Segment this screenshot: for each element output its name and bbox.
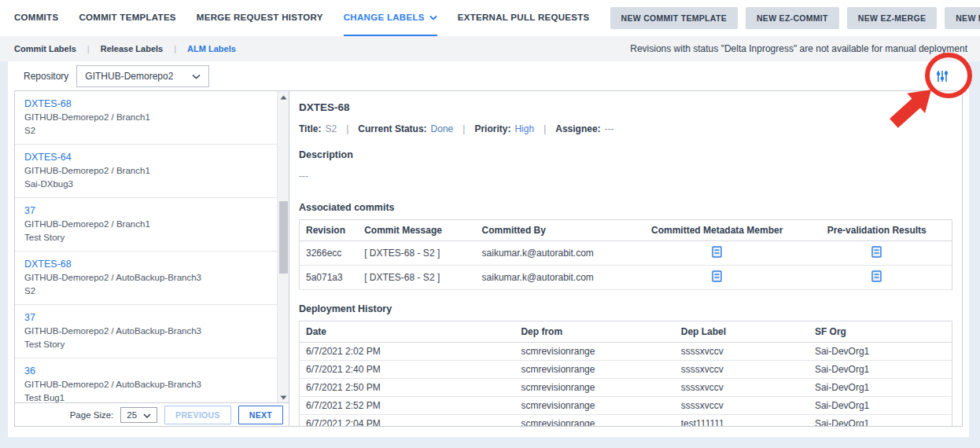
chevron-down-icon: [192, 71, 201, 82]
column-header: Pre-validation Results: [802, 220, 952, 241]
tab-label: MERGE REQUEST HISTORY: [197, 13, 323, 22]
tab-label: COMMITS: [14, 13, 58, 22]
commit-message-cell: [ DXTES-68 - S2 ]: [358, 241, 475, 266]
repository-row: Repository GITHUB-Demorepo2: [14, 61, 963, 90]
tab-label: EXTERNAL PULL REQUESTS: [458, 13, 590, 22]
tab-label: COMMIT TEMPLATES: [79, 13, 175, 22]
list-item[interactable]: 36GITHUB-Demorepo2 / AutoBackup-Branch3T…: [15, 358, 277, 403]
tab-external-pull-requests[interactable]: EXTERNAL PULL REQUESTS: [458, 0, 590, 36]
repository-select[interactable]: GITHUB-Demorepo2: [76, 65, 209, 87]
label-id[interactable]: 36: [24, 365, 277, 376]
scroll-down-icon[interactable]: [278, 391, 289, 403]
date-cell: 6/7/2021 2:52 PM: [300, 397, 515, 415]
date-cell: 6/7/2021 2:50 PM: [300, 379, 515, 397]
committed-by-cell: saikumar.k@autorabit.com: [476, 241, 632, 266]
deployment-note: Revisions with status "Delta Inprogress"…: [630, 43, 967, 54]
table-row: 5a071a3[ DXTES-68 - S2 ]saikumar.k@autor…: [300, 266, 952, 290]
dep-label-cell: ssssxvccv: [675, 397, 809, 415]
meta-label: Title:: [299, 123, 321, 134]
detail-title: DXTES-68: [299, 101, 952, 113]
next-button[interactable]: NEXT: [238, 406, 283, 424]
dep-label-cell: test111111: [675, 415, 809, 428]
meta-label: Assignee:: [555, 123, 600, 134]
panels: DXTES-68GITHUB-Demorepo2 / Branch1S2DXTE…: [14, 90, 963, 427]
metadata-member-icon[interactable]: [712, 270, 722, 285]
page-body: Repository GITHUB-Demorepo2: [0, 61, 980, 448]
label-name: Test Story: [24, 339, 277, 350]
label-name: Test Story: [24, 232, 277, 243]
label-name: Test Bug1: [24, 392, 277, 403]
revision-cell: 5a071a3: [300, 266, 359, 290]
repository-value: GITHUB-Demorepo2: [85, 71, 173, 82]
meta-label: Priority:: [474, 123, 510, 134]
committed-metadata-member-cell: [632, 241, 802, 266]
pre-validation-results-icon[interactable]: [871, 246, 882, 260]
page-size-select[interactable]: 25: [120, 407, 157, 423]
table-header-row: Revision Commit Message Committed By Com…: [300, 220, 952, 241]
subnav-alm-labels[interactable]: ALM Labels: [187, 44, 236, 53]
sf-org-cell: Sai-DevOrg1: [809, 361, 952, 379]
committed-metadata-member-cell: [632, 266, 802, 290]
new-ez-merge-button[interactable]: NEW EZ-MERGE: [847, 7, 937, 29]
label-branch-path: GITHUB-Demorepo2 / AutoBackup-Branch3: [24, 325, 277, 336]
dep-from-cell: scmrevisionrange: [514, 415, 674, 428]
deployments-table-body: 6/7/2021 2:02 PMscmrevisionrangessssxvcc…: [300, 343, 952, 428]
date-cell: 6/7/2021 2:02 PM: [300, 343, 515, 361]
tab-merge-request-history[interactable]: MERGE REQUEST HISTORY: [197, 0, 323, 36]
table-row: 6/7/2021 2:52 PMscmrevisionrangessssxvcc…: [300, 397, 952, 415]
label-id[interactable]: DXTES-68: [24, 98, 277, 109]
new-ez-commit-button[interactable]: NEW EZ-COMMIT: [746, 7, 839, 29]
deployment-history-heading: Deployment History: [299, 303, 952, 314]
separator: |: [346, 123, 348, 134]
date-cell: 6/7/2021 2:40 PM: [300, 361, 515, 379]
list-item[interactable]: 37GITHUB-Demorepo2 / Branch1Test Story: [15, 198, 277, 252]
metadata-member-icon[interactable]: [712, 246, 722, 260]
list-item[interactable]: DXTES-64GITHUB-Demorepo2 / Branch1Sai-DX…: [15, 145, 277, 198]
tab-label: CHANGE LABELS: [344, 13, 425, 22]
tab-commit-templates[interactable]: COMMIT TEMPLATES: [79, 0, 175, 36]
content-card: Repository GITHUB-Demorepo2: [8, 61, 969, 437]
scroll-up-icon[interactable]: [278, 91, 289, 103]
commits-table-body: 3266ecc[ DXTES-68 - S2 ]saikumar.k@autor…: [300, 241, 952, 290]
scrollbar-thumb[interactable]: [279, 201, 288, 274]
column-header: Dep from: [514, 321, 674, 343]
top-nav: COMMITS COMMIT TEMPLATES MERGE REQUEST H…: [0, 0, 980, 36]
tab-change-labels[interactable]: CHANGE LABELS: [344, 0, 437, 36]
new-commit-template-button[interactable]: NEW COMMIT TEMPLATE: [610, 7, 738, 29]
label-list: DXTES-68GITHUB-Demorepo2 / Branch1S2DXTE…: [15, 91, 277, 403]
sf-org-cell: Sai-DevOrg1: [809, 343, 952, 361]
list-item[interactable]: DXTES-68GITHUB-Demorepo2 / AutoBackup-Br…: [15, 252, 277, 305]
sf-org-cell: Sai-DevOrg1: [809, 415, 952, 428]
list-scrollbar[interactable]: [277, 91, 289, 403]
pre-validation-results-icon[interactable]: [871, 270, 882, 285]
sf-org-cell: Sai-DevOrg1: [809, 397, 952, 415]
label-id[interactable]: 37: [24, 312, 277, 323]
tab-commits[interactable]: COMMITS: [14, 0, 58, 36]
table-header-row: Date Dep from Dep Label SF Org: [300, 321, 952, 343]
date-cell: 6/7/2021 2:04 PM: [300, 415, 515, 428]
label-id[interactable]: 37: [24, 205, 277, 216]
separator: |: [174, 44, 176, 53]
meta-value-title: S2: [325, 123, 337, 134]
label-branch-path: GITHUB-Demorepo2 / Branch1: [24, 218, 277, 230]
sub-nav: Commit Labels | Release Labels | ALM Lab…: [0, 36, 980, 61]
chevron-down-icon: [429, 13, 437, 22]
filter-sliders-icon[interactable]: [936, 70, 949, 86]
table-row: 6/7/2021 2:02 PMscmrevisionrangessssxvcc…: [300, 343, 952, 361]
new-merge-request-button[interactable]: NEW MERGE REQUEST: [945, 7, 980, 29]
subnav-commit-labels[interactable]: Commit Labels: [14, 44, 76, 53]
label-id[interactable]: DXTES-64: [24, 152, 277, 163]
chevron-down-icon: [143, 410, 151, 420]
detail-meta-row: Title: S2 | Current Status: Done | Prior…: [299, 123, 952, 134]
dep-label-cell: ssssxvccv: [675, 361, 809, 379]
sf-org-cell: Sai-DevOrg1: [809, 379, 952, 397]
page-size-label: Page Size:: [70, 410, 114, 420]
subnav-release-labels[interactable]: Release Labels: [101, 44, 164, 53]
description-value: ---: [299, 171, 952, 182]
previous-button[interactable]: PREVIOUS: [164, 406, 231, 424]
label-name: Sai-DXbug3: [24, 178, 277, 189]
list-item[interactable]: DXTES-68GITHUB-Demorepo2 / Branch1S2: [15, 91, 277, 145]
list-item[interactable]: 37GITHUB-Demorepo2 / AutoBackup-Branch3T…: [15, 305, 277, 358]
label-id[interactable]: DXTES-68: [24, 259, 277, 270]
column-header: Dep Label: [675, 321, 809, 343]
